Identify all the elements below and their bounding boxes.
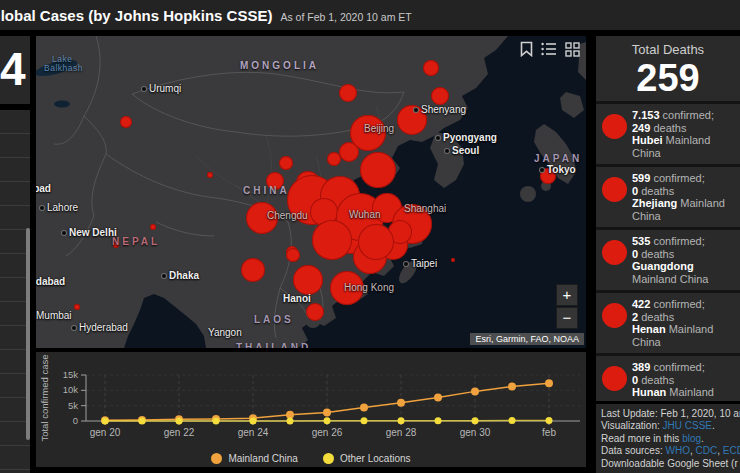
map-city-label: Chengdu	[267, 210, 308, 221]
map-city-label: Tokyo	[540, 164, 576, 175]
region-list-item[interactable]: 535 confirmed; 0 deaths Guangdong Mainla…	[596, 230, 740, 293]
map-country-label: LAOS	[254, 314, 294, 325]
info-text: .	[701, 433, 704, 444]
city-marker-icon	[40, 206, 44, 210]
map-city-label: Hong Kong	[344, 282, 394, 293]
case-bubble[interactable]	[360, 152, 396, 188]
map-city-label: Seoul	[445, 145, 479, 156]
region-confirmed: 7.153	[632, 109, 660, 121]
info-panel: Last Update: Feb 1, 2020, 10 amVisualiza…	[596, 401, 740, 473]
case-bubble[interactable]	[150, 224, 156, 230]
city-name: New Delhi	[69, 227, 117, 238]
city-name: Pyongyang	[443, 132, 497, 143]
case-bubble-icon	[602, 366, 627, 391]
city-name: Wuhan	[349, 209, 381, 220]
city-marker-icon	[404, 262, 408, 266]
bookmark-icon[interactable]	[520, 41, 533, 57]
case-bubble[interactable]	[241, 258, 265, 282]
city-name: Seoul	[452, 145, 479, 156]
svg-text:feb: feb	[542, 427, 556, 438]
region-confirmed: 389	[632, 361, 650, 373]
legend-list-icon[interactable]	[541, 42, 557, 56]
case-bubble[interactable]	[207, 172, 213, 178]
svg-text:gen 24: gen 24	[238, 427, 269, 438]
map-city-label: Dhaka	[162, 270, 199, 281]
svg-text:gen 22: gen 22	[164, 427, 195, 438]
info-link[interactable]: JHU CSSE	[663, 420, 712, 431]
city-marker-icon	[72, 326, 76, 330]
info-link[interactable]: ECDC	[723, 445, 740, 456]
case-bubble[interactable]	[358, 224, 394, 260]
zoom-in-button[interactable]: +	[556, 284, 578, 306]
case-bubble[interactable]	[279, 156, 293, 170]
case-bubble[interactable]	[120, 116, 132, 128]
case-bubble[interactable]	[293, 265, 323, 295]
map-panel[interactable]: MONGOLIACHINANEPALJAPANLAOSTHAILANDLakeB…	[36, 36, 586, 348]
city-marker-icon	[436, 136, 440, 140]
basemap-grid-icon[interactable]	[565, 42, 580, 57]
svg-text:10k: 10k	[63, 384, 79, 395]
region-deaths: 249	[632, 122, 650, 134]
case-bubble[interactable]	[74, 304, 80, 310]
map-city-label: Yangon	[208, 327, 242, 338]
chart-legend: Mainland China Other Locations	[36, 453, 586, 464]
map-city-label: Shenyang	[414, 104, 466, 115]
deaths-suffix: deaths	[638, 248, 674, 260]
total-confirmed-fragment: 4	[0, 36, 30, 102]
timeline-chart-svg: 05k10k15kgen 20gen 22gen 24gen 26gen 28g…	[36, 352, 586, 444]
city-name: Shenyang	[421, 104, 466, 115]
city-marker-icon	[540, 168, 544, 172]
map-toolbar	[520, 41, 580, 57]
case-bubble[interactable]	[423, 60, 439, 76]
city-marker-icon	[445, 149, 449, 153]
case-bubble[interactable]	[306, 303, 324, 321]
info-line: Visualization: JHU CSSE.	[601, 420, 740, 433]
legend-item-mainland[interactable]: Mainland China	[211, 453, 298, 464]
scrollbar[interactable]	[26, 228, 30, 440]
case-bubble[interactable]	[451, 258, 455, 262]
total-deaths-label: Total Deaths	[596, 36, 740, 57]
info-text: Last Update: Feb 1, 2020, 10 am	[601, 408, 740, 419]
left-region-list-clipped[interactable]	[0, 110, 30, 473]
total-deaths-header: Total Deaths 259	[596, 36, 740, 104]
info-link[interactable]: blog	[682, 433, 701, 444]
region-name: Henan	[632, 323, 666, 335]
case-bubble[interactable]	[431, 87, 449, 105]
case-bubble[interactable]	[312, 220, 352, 260]
city-marker-icon	[142, 87, 146, 91]
confirmed-suffix: confirmed;	[650, 235, 704, 247]
info-line: Read more in this blog.	[601, 433, 740, 446]
svg-text:Total confirmed case: Total confirmed case	[39, 354, 50, 441]
case-bubble[interactable]	[286, 248, 300, 262]
region-list-item[interactable]: 7.153 confirmed; 249 deaths Hubei Mainla…	[596, 104, 740, 167]
region-confirmed: 422	[632, 298, 650, 310]
map-city-label: Shanghai	[404, 203, 446, 214]
map-country-label: NEPAL	[112, 236, 160, 247]
case-bubble[interactable]	[339, 84, 357, 102]
city-name: Dhaka	[169, 270, 199, 281]
map-country-label: CHINA	[243, 185, 290, 196]
legend-label: Other Locations	[340, 453, 411, 464]
zoom-controls: + −	[556, 284, 578, 329]
map-country-label: JAPAN	[534, 153, 582, 164]
confirmed-suffix: confirmed;	[650, 172, 704, 184]
region-list-item[interactable]: 599 confirmed; 0 deaths Zhejiang Mainlan…	[596, 167, 740, 230]
page-title: Global Cases (by Johns Hopkins CSSE)	[0, 0, 272, 24]
info-link[interactable]: WHO	[665, 445, 689, 456]
case-bubble[interactable]	[339, 142, 359, 162]
legend-item-other[interactable]: Other Locations	[323, 453, 411, 464]
confirmed-suffix: confirmed;	[650, 298, 704, 310]
deaths-suffix: deaths	[650, 122, 686, 134]
city-name: Mumbai	[36, 310, 72, 321]
city-name: Hanoi	[283, 293, 311, 304]
case-bubble-icon	[602, 177, 627, 202]
zoom-out-button[interactable]: −	[556, 307, 578, 329]
info-link[interactable]: CDC	[696, 445, 718, 456]
svg-text:gen 30: gen 30	[460, 427, 491, 438]
mainland-china-dot-icon	[211, 453, 222, 464]
region-list-item[interactable]: 422 confirmed; 2 deaths Henan Mainland C…	[596, 293, 740, 356]
region-name: Hubei	[632, 134, 663, 146]
info-text: Data sources:	[601, 445, 665, 456]
map-city-label: Hyderabad	[72, 322, 128, 333]
map-city-label: Hanoi	[283, 293, 311, 304]
